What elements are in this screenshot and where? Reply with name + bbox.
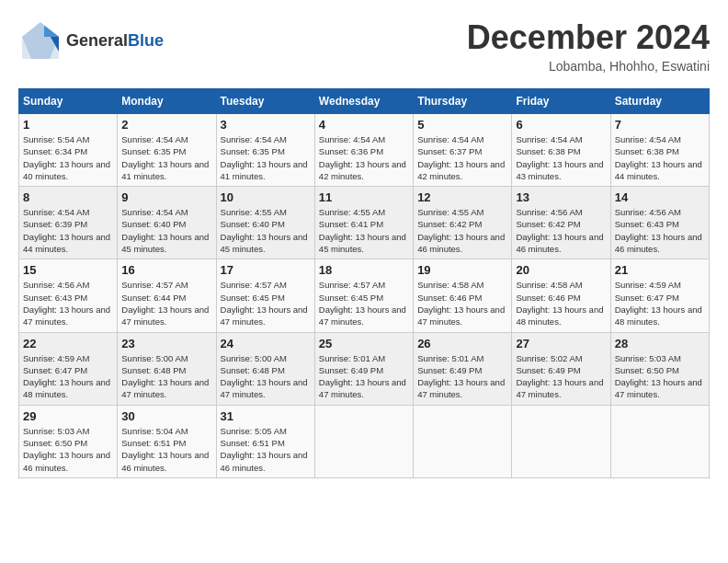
day-detail: Sunrise: 4:58 AM Sunset: 6:46 PM Dayligh… bbox=[417, 279, 507, 327]
day-detail: Sunrise: 4:54 AM Sunset: 6:37 PM Dayligh… bbox=[417, 133, 507, 182]
calendar-subtitle: Lobamba, Hhohho, Eswatini bbox=[467, 59, 710, 74]
week-row-4: 22 Sunrise: 4:59 AM Sunset: 6:47 PM Dayl… bbox=[19, 332, 710, 405]
header-wednesday: Wednesday bbox=[314, 89, 413, 114]
day-number: 19 bbox=[417, 263, 507, 277]
day-detail: Sunrise: 4:54 AM Sunset: 6:38 PM Dayligh… bbox=[516, 133, 606, 182]
calendar-cell: 12 Sunrise: 4:55 AM Sunset: 6:42 PM Dayl… bbox=[414, 187, 512, 259]
header-saturday: Saturday bbox=[610, 89, 709, 114]
calendar-cell: 4 Sunrise: 4:54 AM Sunset: 6:36 PM Dayli… bbox=[314, 114, 413, 187]
day-detail: Sunrise: 5:00 AM Sunset: 6:48 PM Dayligh… bbox=[121, 352, 211, 401]
day-detail: Sunrise: 4:54 AM Sunset: 6:40 PM Dayligh… bbox=[121, 206, 211, 255]
day-number: 5 bbox=[417, 118, 507, 132]
calendar-cell: 19 Sunrise: 4:58 AM Sunset: 6:46 PM Dayl… bbox=[414, 259, 512, 332]
header-tuesday: Tuesday bbox=[216, 89, 314, 114]
day-number: 14 bbox=[615, 190, 705, 204]
day-number: 3 bbox=[221, 118, 311, 132]
calendar-cell: 14 Sunrise: 4:56 AM Sunset: 6:43 PM Dayl… bbox=[610, 187, 709, 259]
calendar-cell bbox=[414, 405, 512, 477]
day-number: 1 bbox=[23, 118, 113, 132]
day-number: 27 bbox=[516, 337, 606, 350]
calendar-cell: 22 Sunrise: 4:59 AM Sunset: 6:47 PM Dayl… bbox=[19, 332, 118, 405]
header: GeneralBlue December 2024 Lobamba, Hhohh… bbox=[18, 18, 710, 74]
calendar-cell: 24 Sunrise: 5:00 AM Sunset: 6:48 PM Dayl… bbox=[216, 332, 314, 405]
day-detail: Sunrise: 5:02 AM Sunset: 6:49 PM Dayligh… bbox=[516, 352, 606, 401]
day-detail: Sunrise: 4:58 AM Sunset: 6:46 PM Dayligh… bbox=[516, 279, 606, 327]
day-detail: Sunrise: 4:56 AM Sunset: 6:43 PM Dayligh… bbox=[615, 206, 705, 255]
day-detail: Sunrise: 4:57 AM Sunset: 6:44 PM Dayligh… bbox=[121, 279, 211, 327]
calendar-table: Sunday Monday Tuesday Wednesday Thursday… bbox=[18, 88, 710, 478]
day-detail: Sunrise: 5:03 AM Sunset: 6:50 PM Dayligh… bbox=[23, 425, 113, 474]
day-detail: Sunrise: 4:59 AM Sunset: 6:47 PM Dayligh… bbox=[23, 352, 113, 401]
header-thursday: Thursday bbox=[414, 89, 512, 114]
day-number: 26 bbox=[417, 337, 507, 350]
day-number: 6 bbox=[516, 118, 606, 132]
day-detail: Sunrise: 5:03 AM Sunset: 6:50 PM Dayligh… bbox=[615, 352, 705, 401]
day-number: 28 bbox=[615, 337, 705, 350]
calendar-cell: 30 Sunrise: 5:04 AM Sunset: 6:51 PM Dayl… bbox=[118, 405, 216, 477]
day-number: 17 bbox=[221, 263, 311, 277]
calendar-cell: 6 Sunrise: 4:54 AM Sunset: 6:38 PM Dayli… bbox=[512, 114, 610, 187]
calendar-cell bbox=[512, 405, 610, 477]
day-detail: Sunrise: 5:01 AM Sunset: 6:49 PM Dayligh… bbox=[319, 352, 409, 401]
day-number: 10 bbox=[221, 190, 311, 204]
day-number: 23 bbox=[121, 337, 211, 350]
logo: GeneralBlue bbox=[18, 18, 164, 63]
day-number: 22 bbox=[23, 337, 113, 350]
day-detail: Sunrise: 4:54 AM Sunset: 6:39 PM Dayligh… bbox=[23, 206, 113, 255]
week-row-1: 1 Sunrise: 5:54 AM Sunset: 6:34 PM Dayli… bbox=[19, 114, 710, 187]
day-number: 15 bbox=[23, 263, 113, 277]
day-number: 29 bbox=[23, 409, 113, 423]
day-detail: Sunrise: 4:59 AM Sunset: 6:47 PM Dayligh… bbox=[615, 279, 705, 327]
day-detail: Sunrise: 4:54 AM Sunset: 6:35 PM Dayligh… bbox=[221, 133, 311, 182]
calendar-cell: 29 Sunrise: 5:03 AM Sunset: 6:50 PM Dayl… bbox=[19, 405, 118, 477]
day-number: 7 bbox=[615, 118, 705, 132]
calendar-cell: 21 Sunrise: 4:59 AM Sunset: 6:47 PM Dayl… bbox=[610, 259, 709, 332]
day-number: 8 bbox=[23, 190, 113, 204]
day-number: 24 bbox=[221, 337, 311, 350]
day-detail: Sunrise: 4:54 AM Sunset: 6:36 PM Dayligh… bbox=[319, 133, 409, 182]
day-number: 4 bbox=[319, 118, 409, 132]
title-section: December 2024 Lobamba, Hhohho, Eswatini bbox=[467, 18, 710, 74]
day-detail: Sunrise: 5:04 AM Sunset: 6:51 PM Dayligh… bbox=[121, 425, 211, 474]
logo-general: General bbox=[66, 31, 128, 50]
calendar-cell: 3 Sunrise: 4:54 AM Sunset: 6:35 PM Dayli… bbox=[216, 114, 314, 187]
day-number: 12 bbox=[417, 190, 507, 204]
calendar-cell: 17 Sunrise: 4:57 AM Sunset: 6:45 PM Dayl… bbox=[216, 259, 314, 332]
logo-icon bbox=[18, 18, 63, 63]
calendar-cell: 2 Sunrise: 4:54 AM Sunset: 6:35 PM Dayli… bbox=[118, 114, 216, 187]
logo-blue: Blue bbox=[128, 31, 164, 50]
day-number: 13 bbox=[516, 190, 606, 204]
calendar-cell: 23 Sunrise: 5:00 AM Sunset: 6:48 PM Dayl… bbox=[118, 332, 216, 405]
calendar-cell: 27 Sunrise: 5:02 AM Sunset: 6:49 PM Dayl… bbox=[512, 332, 610, 405]
header-sunday: Sunday bbox=[19, 89, 118, 114]
calendar-cell: 31 Sunrise: 5:05 AM Sunset: 6:51 PM Dayl… bbox=[216, 405, 314, 477]
header-friday: Friday bbox=[512, 89, 610, 114]
calendar-title: December 2024 bbox=[467, 18, 710, 57]
day-detail: Sunrise: 4:55 AM Sunset: 6:42 PM Dayligh… bbox=[417, 206, 507, 255]
calendar-cell: 11 Sunrise: 4:55 AM Sunset: 6:41 PM Dayl… bbox=[314, 187, 413, 259]
day-detail: Sunrise: 5:00 AM Sunset: 6:48 PM Dayligh… bbox=[221, 352, 311, 401]
calendar-cell: 13 Sunrise: 4:56 AM Sunset: 6:42 PM Dayl… bbox=[512, 187, 610, 259]
week-row-5: 29 Sunrise: 5:03 AM Sunset: 6:50 PM Dayl… bbox=[19, 405, 710, 477]
day-detail: Sunrise: 5:05 AM Sunset: 6:51 PM Dayligh… bbox=[221, 425, 311, 474]
calendar-cell: 10 Sunrise: 4:55 AM Sunset: 6:40 PM Dayl… bbox=[216, 187, 314, 259]
week-row-2: 8 Sunrise: 4:54 AM Sunset: 6:39 PM Dayli… bbox=[19, 187, 710, 259]
calendar-cell: 15 Sunrise: 4:56 AM Sunset: 6:43 PM Dayl… bbox=[19, 259, 118, 332]
calendar-cell bbox=[610, 405, 709, 477]
day-detail: Sunrise: 5:54 AM Sunset: 6:34 PM Dayligh… bbox=[23, 133, 113, 182]
header-monday: Monday bbox=[118, 89, 216, 114]
day-number: 30 bbox=[121, 409, 211, 423]
day-number: 2 bbox=[121, 118, 211, 132]
calendar-cell: 25 Sunrise: 5:01 AM Sunset: 6:49 PM Dayl… bbox=[314, 332, 413, 405]
day-number: 11 bbox=[319, 190, 409, 204]
calendar-cell: 26 Sunrise: 5:01 AM Sunset: 6:49 PM Dayl… bbox=[414, 332, 512, 405]
day-number: 20 bbox=[516, 263, 606, 277]
calendar-cell: 1 Sunrise: 5:54 AM Sunset: 6:34 PM Dayli… bbox=[19, 114, 118, 187]
calendar-cell: 16 Sunrise: 4:57 AM Sunset: 6:44 PM Dayl… bbox=[118, 259, 216, 332]
day-detail: Sunrise: 5:01 AM Sunset: 6:49 PM Dayligh… bbox=[417, 352, 507, 401]
week-row-3: 15 Sunrise: 4:56 AM Sunset: 6:43 PM Dayl… bbox=[19, 259, 710, 332]
day-detail: Sunrise: 4:56 AM Sunset: 6:43 PM Dayligh… bbox=[23, 279, 113, 327]
day-detail: Sunrise: 4:55 AM Sunset: 6:41 PM Dayligh… bbox=[319, 206, 409, 255]
day-number: 25 bbox=[319, 337, 409, 350]
header-row: Sunday Monday Tuesday Wednesday Thursday… bbox=[19, 89, 710, 114]
